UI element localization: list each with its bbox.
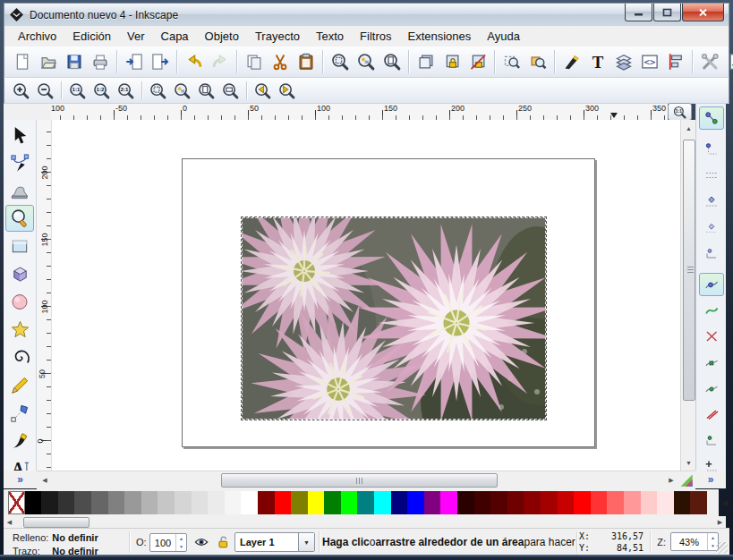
horizontal-scrollbar[interactable]: ◀ ▶ [37, 471, 695, 489]
close-button[interactable] [682, 4, 724, 21]
snap-nodes-button[interactable] [699, 273, 724, 296]
snap-cusp-nodes-button[interactable] [699, 351, 724, 374]
snap-object-centers-button[interactable] [699, 428, 724, 452]
selector-tool-button[interactable] [5, 122, 34, 148]
snap-smooth-nodes-button[interactable] [699, 377, 724, 400]
palette-swatch[interactable] [108, 491, 125, 514]
zoom-in-button[interactable] [9, 79, 33, 102]
palette-swatch[interactable] [690, 491, 707, 514]
zoom-fit-page-button[interactable] [379, 49, 405, 75]
menu-item-ayuda[interactable]: Ayuda [479, 27, 528, 46]
save-document-button[interactable] [61, 49, 87, 75]
palette-swatch[interactable] [624, 491, 641, 514]
snap-bbox-edges-button[interactable] [699, 164, 724, 187]
palette-swatch[interactable] [440, 491, 457, 514]
zoom-previous-button[interactable] [251, 79, 275, 102]
zoom-fit-drawing-button[interactable] [353, 49, 379, 75]
palette-swatch[interactable] [158, 491, 175, 514]
vertical-ruler[interactable]: 200150100500 [37, 120, 52, 471]
menu-item-objeto[interactable]: Objeto [197, 27, 247, 46]
spiral-tool-button[interactable] [5, 344, 34, 370]
palette-swatch[interactable] [258, 491, 275, 514]
palette-swatch[interactable] [124, 491, 141, 514]
palette-swatch[interactable] [175, 491, 192, 514]
zoom-fit-selection-button[interactable] [327, 49, 353, 75]
vertical-scroll-thumb[interactable] [683, 140, 695, 401]
snap-line-midpoints-button[interactable] [699, 403, 724, 426]
layer-selector[interactable]: Layer 1 ▼ [234, 532, 315, 552]
palette-swatch[interactable] [308, 491, 325, 514]
palette-swatch[interactable] [591, 491, 608, 514]
titlebar[interactable]: Documento nuevo 4 - Inkscape [4, 3, 729, 26]
snap-path-intersections-button[interactable] [699, 325, 724, 348]
palette-swatch[interactable] [208, 491, 225, 514]
palette-swatch[interactable] [357, 491, 374, 514]
zoom-page-width-button[interactable] [218, 79, 243, 102]
palette-swatch[interactable] [391, 491, 408, 514]
tweak-tool-button[interactable] [5, 177, 34, 204]
horizontal-scroll-thumb[interactable] [221, 473, 498, 488]
new-document-button[interactable] [9, 49, 35, 75]
xml-editor-button[interactable]: <> [636, 49, 662, 75]
palette-scroll-left-arrow[interactable]: ◀ [4, 517, 14, 527]
palette-swatch[interactable] [424, 491, 441, 514]
palette-swatch[interactable] [41, 491, 58, 514]
snap-bbox-centers-button[interactable] [699, 242, 724, 265]
calligraphy-tool-button[interactable] [5, 427, 34, 454]
menu-item-ver[interactable]: Ver [119, 27, 153, 46]
window-resize-grip[interactable] [716, 542, 728, 554]
horizontal-ruler[interactable]: -100-50050100150200250300350 [51, 104, 668, 121]
zoom-page-button[interactable] [194, 79, 218, 102]
scroll-up-arrow[interactable]: ▲ [682, 122, 695, 134]
toolbox-overflow-button[interactable]: » [4, 471, 37, 488]
palette-swatch[interactable] [192, 491, 209, 514]
palette-swatch[interactable] [25, 491, 42, 514]
zoom-next-button[interactable] [275, 79, 299, 102]
color-managed-view-button[interactable] [678, 471, 695, 488]
menu-item-trayecto[interactable]: Trayecto [247, 27, 308, 46]
zoom-tool-button[interactable] [5, 205, 34, 232]
print-document-button[interactable] [87, 49, 113, 75]
palette-swatch[interactable] [324, 491, 341, 514]
palette-swatch[interactable] [541, 491, 558, 514]
rect-tool-button[interactable] [5, 233, 34, 259]
snap-bbox-corners-button[interactable] [699, 190, 724, 213]
zoom-drawing-button[interactable] [170, 79, 194, 102]
align-dialog-button[interactable] [662, 49, 688, 75]
minimize-button[interactable] [625, 4, 652, 21]
layer-dropdown-button[interactable]: ▼ [298, 533, 314, 551]
palette-swatch[interactable] [457, 491, 474, 514]
palette-swatch[interactable] [241, 491, 258, 514]
snap-bbox-edge-midpoints-button[interactable] [699, 216, 724, 239]
palette-swatch[interactable] [291, 491, 308, 514]
fill-stroke-dialog-button[interactable] [558, 49, 584, 75]
redo-button[interactable] [207, 49, 233, 75]
palette-swatch[interactable] [607, 491, 624, 514]
palette-swatch[interactable] [558, 491, 575, 514]
palette-swatch[interactable] [507, 491, 524, 514]
menu-item-extensiones[interactable]: Extensiones [399, 27, 479, 46]
palette-swatch[interactable] [58, 491, 75, 514]
palette-swatch[interactable] [474, 491, 491, 514]
palette-swatch[interactable] [674, 491, 691, 514]
star-tool-button[interactable] [5, 316, 34, 343]
unlink-clone-button[interactable] [465, 49, 490, 75]
pencil-tool-button[interactable] [5, 371, 34, 398]
scroll-right-arrow[interactable]: ▶ [665, 474, 678, 487]
sticky-zoom-button[interactable]: 1:1 [668, 103, 692, 121]
vertical-scrollbar[interactable]: ▲ ▼ [680, 120, 696, 471]
opacity-spin-arrows[interactable]: ▲▼ [175, 534, 186, 551]
palette-swatch[interactable] [275, 491, 292, 514]
menu-item-filtros[interactable]: Filtros [352, 27, 399, 46]
undo-button[interactable] [181, 49, 207, 75]
layer-lock-button[interactable] [213, 532, 233, 552]
selected-image-object[interactable] [241, 216, 547, 420]
menu-item-texto[interactable]: Texto [308, 27, 352, 46]
select-original-button[interactable] [524, 49, 550, 75]
enable-snapping-button[interactable] [699, 106, 724, 130]
zoom-1-1-button[interactable]: 1:1 [65, 79, 89, 102]
snap-bbox-button[interactable] [699, 138, 724, 161]
layers-dialog-button[interactable] [610, 49, 636, 75]
open-document-button[interactable] [35, 49, 61, 75]
palette-scroll-thumb[interactable] [23, 517, 89, 528]
